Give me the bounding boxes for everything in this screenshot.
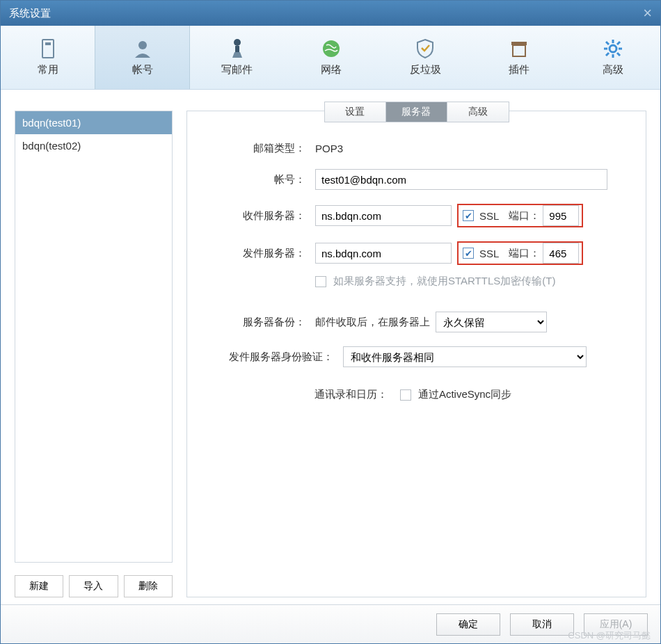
- details-panel: 设置 服务器 高级 邮箱类型： POP3 帐号： 收件服务器：: [186, 111, 646, 597]
- incoming-label: 收件服务器：: [201, 209, 305, 223]
- svg-point-2: [138, 41, 147, 49]
- plugin-icon: [509, 38, 529, 59]
- tab-label: 网络: [321, 63, 342, 77]
- svg-point-3: [234, 39, 241, 46]
- starttls-label: 如果服务器支持，就使用STARTTLS加密传输(T): [333, 275, 555, 288]
- network-icon: [321, 38, 342, 59]
- import-account-button[interactable]: 导入: [69, 575, 118, 597]
- tab-label: 常用: [38, 63, 58, 77]
- sync-text: 通过ActiveSync同步: [418, 388, 511, 401]
- port-label: 端口：: [509, 247, 540, 260]
- tab-network[interactable]: 网络: [284, 26, 378, 89]
- account-input[interactable]: [315, 169, 607, 190]
- auth-label: 发件服务器身份验证：: [201, 351, 333, 364]
- content-area: bdqn(test01) bdqn(test02) 新建 导入 删除 设置 服务…: [1, 90, 660, 604]
- activesync-checkbox[interactable]: [400, 389, 411, 401]
- backup-text: 邮件收取后，在服务器上: [315, 316, 430, 329]
- account-item[interactable]: bdqn(test01): [15, 111, 172, 134]
- incoming-server-input[interactable]: [315, 205, 452, 226]
- tab-general[interactable]: 常用: [1, 26, 95, 89]
- tab-label: 高级: [603, 63, 623, 77]
- backup-select[interactable]: 永久保留: [436, 312, 547, 332]
- subtab-settings[interactable]: 设置: [325, 102, 386, 122]
- new-account-button[interactable]: 新建: [15, 575, 63, 597]
- account-sidebar: bdqn(test01) bdqn(test02) 新建 导入 删除: [15, 111, 173, 597]
- delete-account-button[interactable]: 删除: [124, 575, 173, 597]
- svg-line-14: [617, 53, 620, 56]
- general-icon: [38, 38, 58, 59]
- svg-rect-7: [513, 45, 525, 56]
- tab-label: 反垃圾: [410, 63, 441, 77]
- tab-antispam[interactable]: 反垃圾: [379, 26, 472, 89]
- svg-line-16: [606, 53, 609, 56]
- ssl-label: SSL: [479, 210, 499, 222]
- outgoing-ssl-checkbox[interactable]: [463, 248, 474, 259]
- settings-window: 系统设置 × 常用 帐号 写邮件 网络 反垃圾 插件 高级: [0, 0, 661, 644]
- shield-icon: [415, 38, 436, 59]
- server-form: 邮箱类型： POP3 帐号： 收件服务器： SSL 端口：: [187, 111, 646, 429]
- ssl-label: SSL: [479, 248, 499, 259]
- svg-rect-0: [42, 40, 54, 58]
- outgoing-server-input[interactable]: [315, 243, 452, 264]
- svg-line-13: [606, 42, 609, 45]
- svg-rect-1: [45, 42, 51, 45]
- title-bar: 系统设置 ×: [1, 1, 660, 26]
- auth-select[interactable]: 和收件服务器相同: [343, 346, 587, 367]
- gear-icon: [603, 38, 623, 59]
- outgoing-port-input[interactable]: [543, 243, 579, 264]
- port-label: 端口：: [509, 209, 540, 223]
- account-label: 帐号：: [201, 173, 305, 186]
- account-item[interactable]: bdqn(test02): [15, 134, 172, 157]
- incoming-ssl-group: SSL 端口：: [457, 204, 583, 227]
- tab-advanced[interactable]: 高级: [566, 26, 660, 89]
- close-icon[interactable]: ×: [643, 4, 652, 22]
- tab-compose[interactable]: 写邮件: [190, 26, 284, 89]
- subtab-advanced[interactable]: 高级: [447, 102, 509, 122]
- compose-icon: [227, 38, 248, 59]
- starttls-checkbox[interactable]: [315, 276, 326, 287]
- tab-label: 写邮件: [221, 63, 253, 77]
- mailbox-type-value: POP3: [315, 143, 343, 154]
- subtab-server[interactable]: 服务器: [386, 102, 447, 122]
- ok-button[interactable]: 确定: [436, 613, 500, 636]
- svg-point-8: [610, 45, 616, 52]
- tab-label: 插件: [509, 63, 529, 77]
- outgoing-label: 发件服务器：: [201, 247, 305, 260]
- sync-label: 通讯录和日历：: [314, 388, 388, 401]
- dialog-footer: 确定 取消 应用(A): [1, 604, 660, 643]
- incoming-ssl-checkbox[interactable]: [463, 210, 474, 221]
- tab-account[interactable]: 帐号: [95, 26, 190, 89]
- sub-tabs: 设置 服务器 高级: [324, 102, 509, 122]
- apply-button[interactable]: 应用(A): [584, 613, 648, 636]
- account-buttons: 新建 导入 删除: [15, 575, 173, 597]
- window-title: 系统设置: [9, 7, 51, 20]
- account-list: bdqn(test01) bdqn(test02): [15, 111, 173, 563]
- outgoing-ssl-group: SSL 端口：: [457, 241, 583, 265]
- cancel-button[interactable]: 取消: [510, 613, 574, 636]
- backup-label: 服务器备份：: [201, 316, 305, 329]
- svg-point-5: [323, 40, 340, 57]
- svg-line-15: [617, 42, 620, 45]
- mailbox-type-label: 邮箱类型：: [201, 142, 305, 155]
- main-toolbar: 常用 帐号 写邮件 网络 反垃圾 插件 高级: [1, 26, 660, 90]
- svg-rect-4: [235, 46, 239, 52]
- tab-label: 帐号: [132, 63, 153, 77]
- account-icon: [132, 38, 153, 59]
- tab-plugins[interactable]: 插件: [472, 26, 566, 89]
- incoming-port-input[interactable]: [543, 205, 579, 226]
